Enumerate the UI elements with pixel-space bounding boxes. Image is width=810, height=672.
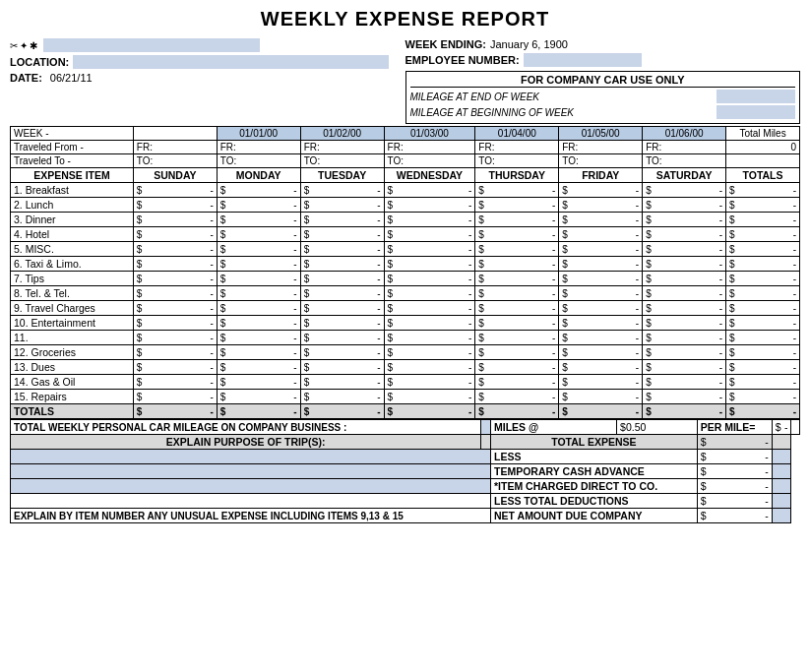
expense-cell-9-3[interactable]: $- bbox=[384, 316, 475, 331]
expense-cell-10-2[interactable]: $- bbox=[300, 331, 384, 345]
expense-cell-6-6[interactable]: $- bbox=[643, 272, 726, 286]
expense-cell-14-6[interactable]: $- bbox=[643, 390, 726, 404]
expense-cell-7-6[interactable]: $- bbox=[643, 286, 726, 301]
expense-cell-5-1[interactable]: $- bbox=[217, 257, 300, 272]
expense-cell-9-5[interactable]: $- bbox=[559, 316, 643, 331]
expense-cell-12-2[interactable]: $- bbox=[300, 360, 384, 375]
expense-cell-6-5[interactable]: $- bbox=[559, 272, 643, 286]
expense-cell-1-1[interactable]: $- bbox=[217, 198, 300, 213]
expense-cell-1-4[interactable]: $- bbox=[475, 198, 559, 213]
expense-cell-9-4[interactable]: $- bbox=[475, 316, 559, 331]
expense-cell-3-1[interactable]: $- bbox=[217, 227, 300, 242]
expense-cell-7-5[interactable]: $- bbox=[559, 286, 643, 301]
expense-cell-6-1[interactable]: $- bbox=[217, 272, 300, 286]
expense-cell-11-4[interactable]: $- bbox=[475, 345, 559, 360]
expense-cell-1-3[interactable]: $- bbox=[384, 198, 475, 213]
expense-cell-13-5[interactable]: $- bbox=[559, 375, 643, 390]
mileage-begin-input[interactable] bbox=[717, 105, 795, 119]
expense-cell-13-6[interactable]: $- bbox=[643, 375, 726, 390]
expense-cell-4-7[interactable]: $- bbox=[726, 242, 800, 257]
expense-cell-3-5[interactable]: $- bbox=[559, 227, 643, 242]
expense-cell-15-3[interactable]: $- bbox=[384, 404, 475, 419]
expense-cell-5-5[interactable]: $- bbox=[559, 257, 643, 272]
expense-cell-1-2[interactable]: $- bbox=[300, 198, 384, 213]
expense-cell-15-2[interactable]: $- bbox=[300, 404, 384, 419]
expense-cell-12-6[interactable]: $- bbox=[643, 360, 726, 375]
expense-cell-7-3[interactable]: $- bbox=[384, 286, 475, 301]
location-input[interactable] bbox=[73, 55, 389, 69]
expense-cell-0-6[interactable]: $- bbox=[643, 183, 726, 198]
expense-cell-8-4[interactable]: $- bbox=[475, 301, 559, 316]
expense-cell-1-7[interactable]: $- bbox=[726, 198, 800, 213]
expense-cell-6-4[interactable]: $- bbox=[475, 272, 559, 286]
expense-cell-11-7[interactable]: $- bbox=[726, 345, 800, 360]
expense-cell-9-6[interactable]: $- bbox=[643, 316, 726, 331]
expense-cell-5-2[interactable]: $- bbox=[300, 257, 384, 272]
expense-cell-5-4[interactable]: $- bbox=[475, 257, 559, 272]
expense-cell-10-0[interactable]: $- bbox=[133, 331, 217, 345]
expense-cell-11-6[interactable]: $- bbox=[643, 345, 726, 360]
expense-cell-0-3[interactable]: $- bbox=[384, 183, 475, 198]
expense-cell-9-1[interactable]: $- bbox=[217, 316, 300, 331]
expense-cell-13-2[interactable]: $- bbox=[300, 375, 384, 390]
expense-cell-10-4[interactable]: $- bbox=[475, 331, 559, 345]
expense-cell-1-6[interactable]: $- bbox=[643, 198, 726, 213]
expense-cell-3-6[interactable]: $- bbox=[643, 227, 726, 242]
expense-cell-13-1[interactable]: $- bbox=[217, 375, 300, 390]
expense-cell-7-4[interactable]: $- bbox=[475, 286, 559, 301]
expense-cell-11-1[interactable]: $- bbox=[217, 345, 300, 360]
expense-cell-14-3[interactable]: $- bbox=[384, 390, 475, 404]
expense-cell-14-0[interactable]: $- bbox=[133, 390, 217, 404]
expense-cell-7-1[interactable]: $- bbox=[217, 286, 300, 301]
expense-cell-2-6[interactable]: $- bbox=[643, 213, 726, 227]
expense-cell-10-6[interactable]: $- bbox=[643, 331, 726, 345]
expense-cell-3-4[interactable]: $- bbox=[475, 227, 559, 242]
expense-cell-2-7[interactable]: $- bbox=[726, 213, 800, 227]
expense-cell-13-4[interactable]: $- bbox=[475, 375, 559, 390]
expense-cell-4-4[interactable]: $- bbox=[475, 242, 559, 257]
expense-cell-0-0[interactable]: $- bbox=[133, 183, 217, 198]
expense-cell-8-6[interactable]: $- bbox=[643, 301, 726, 316]
expense-cell-6-2[interactable]: $- bbox=[300, 272, 384, 286]
expense-cell-10-3[interactable]: $- bbox=[384, 331, 475, 345]
expense-cell-4-3[interactable]: $- bbox=[384, 242, 475, 257]
expense-cell-0-1[interactable]: $- bbox=[217, 183, 300, 198]
expense-cell-14-5[interactable]: $- bbox=[559, 390, 643, 404]
expense-cell-14-4[interactable]: $- bbox=[475, 390, 559, 404]
expense-cell-1-5[interactable]: $- bbox=[559, 198, 643, 213]
expense-cell-12-0[interactable]: $- bbox=[133, 360, 217, 375]
expense-cell-5-3[interactable]: $- bbox=[384, 257, 475, 272]
expense-cell-7-0[interactable]: $- bbox=[133, 286, 217, 301]
expense-cell-13-7[interactable]: $- bbox=[726, 375, 800, 390]
expense-cell-9-7[interactable]: $- bbox=[726, 316, 800, 331]
expense-cell-8-7[interactable]: $- bbox=[726, 301, 800, 316]
expense-cell-2-5[interactable]: $- bbox=[559, 213, 643, 227]
expense-cell-15-6[interactable]: $- bbox=[643, 404, 726, 419]
mileage-input-cell[interactable] bbox=[481, 420, 491, 435]
expense-cell-12-4[interactable]: $- bbox=[475, 360, 559, 375]
expense-cell-4-2[interactable]: $- bbox=[300, 242, 384, 257]
expense-cell-2-2[interactable]: $- bbox=[300, 213, 384, 227]
expense-cell-8-3[interactable]: $- bbox=[384, 301, 475, 316]
expense-cell-9-0[interactable]: $- bbox=[133, 316, 217, 331]
expense-cell-4-5[interactable]: $- bbox=[559, 242, 643, 257]
expense-cell-3-3[interactable]: $- bbox=[384, 227, 475, 242]
expense-cell-14-2[interactable]: $- bbox=[300, 390, 384, 404]
expense-cell-5-7[interactable]: $- bbox=[726, 257, 800, 272]
expense-cell-12-3[interactable]: $- bbox=[384, 360, 475, 375]
expense-cell-11-3[interactable]: $- bbox=[384, 345, 475, 360]
mileage-end-input[interactable] bbox=[717, 90, 795, 103]
expense-cell-4-0[interactable]: $- bbox=[133, 242, 217, 257]
expense-cell-0-5[interactable]: $- bbox=[559, 183, 643, 198]
expense-cell-15-1[interactable]: $- bbox=[217, 404, 300, 419]
expense-cell-3-0[interactable]: $- bbox=[133, 227, 217, 242]
expense-cell-4-6[interactable]: $- bbox=[643, 242, 726, 257]
expense-cell-2-1[interactable]: $- bbox=[217, 213, 300, 227]
expense-cell-13-0[interactable]: $- bbox=[133, 375, 217, 390]
expense-cell-8-0[interactable]: $- bbox=[133, 301, 217, 316]
expense-cell-2-4[interactable]: $- bbox=[475, 213, 559, 227]
employee-number-input[interactable] bbox=[524, 53, 642, 67]
expense-cell-3-2[interactable]: $- bbox=[300, 227, 384, 242]
expense-cell-8-1[interactable]: $- bbox=[217, 301, 300, 316]
expense-cell-14-1[interactable]: $- bbox=[217, 390, 300, 404]
